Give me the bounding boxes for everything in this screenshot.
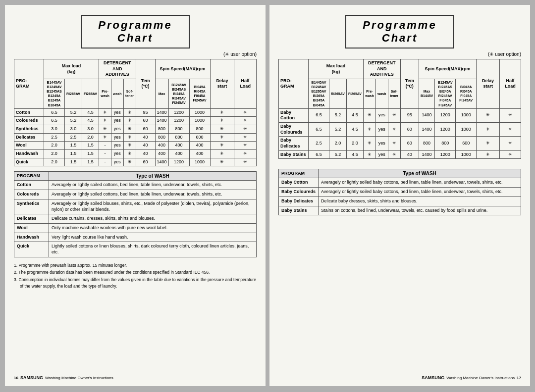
load3: 2.0 bbox=[346, 137, 363, 150]
temp: 60 bbox=[400, 137, 419, 150]
load2: 5.2 bbox=[65, 108, 82, 117]
type-program: Wool bbox=[14, 223, 49, 233]
load1: 2.0 bbox=[44, 150, 65, 158]
load1: 2.0 bbox=[44, 142, 65, 150]
type-header-program: PROGRAM bbox=[14, 172, 49, 181]
col-model-group1: B1445AVB1245AVB1265AVBI265ABI245ABI045A bbox=[309, 79, 329, 109]
half: ✳ bbox=[234, 117, 257, 125]
spin3: 1000 bbox=[456, 123, 477, 137]
footer-1: 16 SAMSUNG Washing Machine Owner's Instr… bbox=[14, 375, 257, 380]
load1: 3.0 bbox=[44, 125, 65, 134]
type-description: Stains on cottons, bed lined, underwear,… bbox=[319, 206, 521, 215]
delay: ✳ bbox=[210, 150, 234, 158]
spin1: 400 bbox=[155, 142, 168, 150]
half: ✳ bbox=[500, 123, 521, 137]
temp: 60 bbox=[400, 123, 419, 137]
spin1: 1400 bbox=[155, 158, 168, 166]
type-row: Coloureds Averagely or lightly soiled co… bbox=[14, 190, 257, 199]
spin2: 1200 bbox=[168, 108, 189, 117]
col-spin-models2: BI045ARI045AFI045AFI245AV bbox=[189, 79, 210, 109]
load1: 2.5 bbox=[44, 133, 65, 142]
col-wash: wash bbox=[376, 79, 388, 109]
load3: 1.5 bbox=[82, 150, 99, 158]
table-row: Wool 2.01.51.5 -yes✳ 40 400400400 ✳✳ bbox=[14, 142, 257, 150]
load3: 2.0 bbox=[82, 133, 99, 142]
table-row: Quick 2.01.51.5 -yes✳ 60 140012001000 ✳✳ bbox=[14, 158, 257, 166]
half: ✳ bbox=[234, 150, 257, 158]
wash: yes bbox=[376, 123, 388, 137]
col-max-spin: MaxB1445V bbox=[419, 79, 434, 109]
load3: 4.5 bbox=[82, 108, 99, 117]
load2: 2.0 bbox=[329, 137, 347, 150]
spin2: 400 bbox=[168, 142, 189, 150]
load1: 6.5 bbox=[309, 150, 329, 159]
note-2: 2. The programme duration data has been … bbox=[14, 269, 257, 276]
prewash: - bbox=[99, 158, 111, 166]
wash: yes bbox=[111, 133, 124, 142]
spin3: 400 bbox=[189, 142, 210, 150]
load2: 5.2 bbox=[329, 123, 347, 137]
table-row: Cotton 6.55.24.5 ✳yes✳ 95 140012001000 ✳… bbox=[14, 108, 257, 117]
programme-table-2: PRO-GRAM Max load(kg) DETERGENTAND ADDIT… bbox=[278, 59, 521, 159]
spin1: 1400 bbox=[419, 150, 434, 159]
program-name: Baby Cotton bbox=[279, 108, 309, 122]
col-model-ri265: RI265AV bbox=[65, 79, 82, 109]
load1: 2.5 bbox=[309, 137, 329, 150]
temp: 40 bbox=[136, 133, 155, 142]
spin3: 1000 bbox=[456, 108, 477, 122]
wash: yes bbox=[376, 137, 388, 150]
col-spin: Spin Speed(MAX)rpm bbox=[155, 59, 210, 79]
col-model-fi265: FI265AV bbox=[82, 79, 99, 109]
type-row: Baby Coloureds Averagely or lightly soil… bbox=[279, 188, 521, 197]
spin3: 1000 bbox=[189, 158, 210, 166]
page-number: 16 bbox=[14, 376, 18, 380]
half: ✳ bbox=[500, 150, 521, 159]
col-spin: Spin Speed(MAX)rpm bbox=[419, 59, 476, 79]
half: ✳ bbox=[500, 137, 521, 150]
col-maxload: Max load(kg) bbox=[309, 59, 364, 79]
type-description: Averagely or lightly soiled cottons, bed… bbox=[49, 190, 257, 199]
temp: 40 bbox=[136, 142, 155, 150]
load2: 5.2 bbox=[65, 117, 82, 125]
program-name: Coloureds bbox=[14, 117, 44, 125]
load3: 1.5 bbox=[82, 158, 99, 166]
program-name: Quick bbox=[14, 158, 44, 166]
col-detergent: DETERGENTAND ADDITIVES bbox=[364, 59, 401, 79]
type-row: Synthetics Averagely or lightly soiled b… bbox=[14, 199, 257, 214]
page-1-user-option: (✳ user option) bbox=[14, 51, 257, 57]
program-name: Baby Stains bbox=[279, 150, 309, 159]
spin1: 800 bbox=[155, 133, 168, 142]
load2: 3.0 bbox=[65, 125, 82, 134]
temp: 40 bbox=[136, 150, 155, 158]
type-wash-table-2: PROGRAM Type of WASH Baby Cotton Average… bbox=[278, 169, 521, 215]
load2: 5.2 bbox=[329, 150, 347, 159]
col-half: HalfLoad bbox=[500, 59, 521, 109]
col-half: HalfLoad bbox=[234, 59, 257, 109]
program-name: BabyColoureds bbox=[279, 123, 309, 137]
col-softener: Sof-tener bbox=[388, 79, 400, 109]
type-header-wash-2: Type of WASH bbox=[319, 169, 521, 178]
prewash: ✳ bbox=[99, 108, 111, 117]
spin3: 800 bbox=[189, 125, 210, 134]
load1: 2.0 bbox=[44, 158, 65, 166]
load1: 6.5 bbox=[309, 108, 329, 122]
col-detergent: DETERGENTAND ADDITIVES bbox=[99, 59, 136, 79]
load2: 1.5 bbox=[65, 150, 82, 158]
delay: ✳ bbox=[477, 123, 500, 137]
programme-table-1: PRO-GRAM Max load(kg) DETERGENTAND ADDIT… bbox=[14, 59, 257, 166]
load3: 4.5 bbox=[82, 117, 99, 125]
table-row: Synthetics 3.03.03.0 ✳yes✳ 60 800800800 … bbox=[14, 125, 257, 134]
col-temp: Tem(°C) bbox=[400, 59, 419, 109]
half: ✳ bbox=[234, 125, 257, 134]
spin2: 400 bbox=[168, 150, 189, 158]
load3: 4.5 bbox=[346, 123, 363, 137]
prewash: ✳ bbox=[99, 133, 111, 142]
softener: ✳ bbox=[123, 108, 136, 117]
temp: 60 bbox=[136, 158, 155, 166]
load2: 1.5 bbox=[65, 158, 82, 166]
half: ✳ bbox=[500, 108, 521, 122]
delay: ✳ bbox=[210, 117, 234, 125]
spin3: 600 bbox=[456, 137, 477, 150]
spin1: 1400 bbox=[419, 108, 434, 122]
type-description: Only machine washable woolens with pure … bbox=[49, 223, 257, 233]
